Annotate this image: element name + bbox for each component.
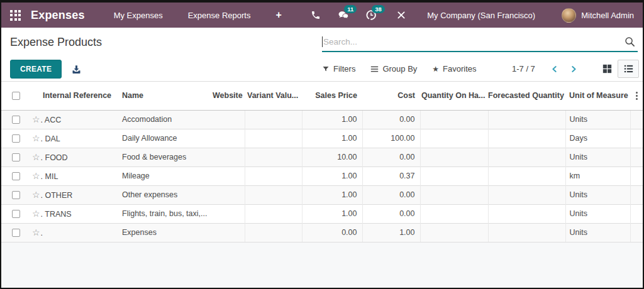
- cell-product-name: Accomodation: [118, 110, 209, 129]
- export-icon[interactable]: [70, 63, 83, 76]
- user-menu[interactable]: Mitchell Admin: [581, 11, 634, 20]
- header-variant-values[interactable]: Variant Valu...: [245, 82, 302, 110]
- nav-my-expenses[interactable]: My Expenses: [114, 11, 163, 20]
- priority-star-icon[interactable]: ☆: [32, 171, 40, 181]
- nav-expense-reports[interactable]: Expense Reports: [188, 11, 251, 20]
- priority-star-icon[interactable]: ☆: [32, 114, 40, 124]
- cell-quantity-on-hand: [420, 129, 488, 148]
- cell-options: [630, 204, 643, 223]
- activities-icon[interactable]: 38: [364, 8, 378, 22]
- cell-variant-values: [245, 223, 302, 242]
- apps-menu-icon[interactable]: [10, 10, 21, 21]
- tools-icon[interactable]: [394, 8, 408, 22]
- table-row[interactable]: ☆. DAL Daily Allowance 1.00 100.00 Days: [1, 129, 643, 148]
- cell-product-name: Mileage: [118, 166, 209, 185]
- cell-sales-price: 1.00: [302, 166, 362, 185]
- optional-columns-icon[interactable]: [630, 82, 643, 110]
- header-sales-price[interactable]: Sales Price: [302, 82, 362, 110]
- cell-internal-reference: ☆.: [30, 223, 118, 242]
- table-row[interactable]: ☆. Expenses 0.00 1.00 Units: [1, 223, 643, 242]
- cell-variant-values: [245, 204, 302, 223]
- table-row[interactable]: ☆. OTHER Other expenses 1.00 0.00 Units: [1, 185, 643, 204]
- nav-add-menu-button[interactable]: +: [275, 9, 281, 21]
- row-checkbox[interactable]: [12, 172, 20, 180]
- header-quantity-on-hand[interactable]: Quantity On Ha...: [420, 82, 488, 110]
- select-all-checkbox[interactable]: [12, 92, 20, 100]
- row-checkbox-cell: [1, 129, 30, 148]
- cell-product-name: Flights, train, bus, taxi,...: [118, 204, 209, 223]
- cell-website: [209, 166, 245, 185]
- select-all-checkbox-cell: [1, 82, 30, 110]
- cell-unit-of-measure: km: [565, 166, 630, 185]
- favorites-star-icon: ★: [432, 65, 439, 74]
- phone-icon[interactable]: [309, 8, 323, 22]
- control-panel: CREATE Filters Group By ★ Favorites: [1, 57, 643, 82]
- cell-cost: 1.00: [362, 223, 420, 242]
- kanban-view-icon[interactable]: [596, 60, 618, 78]
- list-view-icon[interactable]: [618, 60, 639, 78]
- cell-unit-of-measure: Units: [565, 148, 630, 166]
- cell-product-name: Food & beverages: [118, 148, 209, 166]
- cell-cost: 0.00: [362, 110, 420, 129]
- create-button[interactable]: CREATE: [10, 60, 62, 79]
- pager-next-icon[interactable]: [568, 63, 579, 75]
- header-cost[interactable]: Cost: [362, 82, 420, 110]
- cell-forecasted-quantity: [488, 223, 565, 242]
- row-checkbox[interactable]: [12, 229, 20, 237]
- priority-star-icon[interactable]: ☆: [32, 209, 40, 219]
- messages-icon[interactable]: 11: [336, 8, 350, 22]
- user-avatar[interactable]: [562, 8, 576, 23]
- cell-unit-of-measure: Units: [565, 204, 630, 223]
- cell-quantity-on-hand: [420, 166, 488, 185]
- cell-cost: 0.00: [362, 204, 420, 223]
- table-row[interactable]: ☆. ACC Accomodation 1.00 0.00 Units: [1, 110, 643, 129]
- header-name[interactable]: Name: [118, 82, 209, 110]
- internal-reference-text: . OTHER: [41, 191, 73, 200]
- cell-quantity-on-hand: [420, 148, 488, 166]
- pager: 1-7 / 7: [512, 57, 579, 81]
- cell-website: [209, 148, 245, 166]
- cell-options: [630, 129, 643, 148]
- header-internal-reference[interactable]: Internal Reference: [30, 82, 118, 110]
- company-switcher[interactable]: My Company (San Francisco): [427, 11, 535, 20]
- header-website[interactable]: Website: [209, 82, 245, 110]
- filters-button[interactable]: Filters: [322, 64, 355, 74]
- pager-range: 1-7 / 7: [512, 64, 535, 74]
- cell-options: [630, 223, 643, 242]
- row-checkbox[interactable]: [12, 134, 20, 143]
- cell-options: [630, 185, 643, 204]
- priority-star-icon[interactable]: ☆: [32, 190, 40, 200]
- table-header-row: Internal Reference Name Website Variant …: [1, 82, 643, 110]
- cell-unit-of-measure: Units: [565, 110, 630, 129]
- header-unit-of-measure[interactable]: Unit of Measure: [565, 82, 630, 110]
- row-checkbox[interactable]: [12, 153, 20, 161]
- cell-sales-price: 1.00: [302, 204, 362, 223]
- search-input[interactable]: [323, 37, 622, 46]
- table-row[interactable]: ☆. MIL Mileage 1.00 0.37 km: [1, 166, 643, 185]
- row-checkbox[interactable]: [12, 116, 20, 124]
- cell-options: [630, 110, 643, 129]
- cell-forecasted-quantity: [488, 110, 565, 129]
- priority-star-icon[interactable]: ☆: [32, 133, 40, 143]
- row-checkbox-cell: [1, 204, 30, 223]
- header-forecasted-quantity[interactable]: Forecasted Quantity: [488, 82, 565, 110]
- pager-previous-icon[interactable]: [549, 63, 560, 75]
- table-row[interactable]: ☆. FOOD Food & beverages 10.00 0.00 Unit…: [1, 148, 643, 166]
- row-checkbox[interactable]: [12, 210, 20, 218]
- breadcrumb-row: Expense Products: [1, 28, 643, 57]
- group-by-button[interactable]: Group By: [370, 64, 417, 74]
- row-checkbox[interactable]: [12, 191, 20, 199]
- app-name[interactable]: Expenses: [31, 9, 85, 22]
- cell-product-name: Other expenses: [118, 185, 209, 204]
- search-icon[interactable]: [622, 36, 638, 47]
- priority-star-icon[interactable]: ☆: [32, 227, 40, 237]
- cell-variant-values: [245, 166, 302, 185]
- favorites-button[interactable]: ★ Favorites: [432, 64, 476, 74]
- cell-sales-price: 10.00: [302, 148, 362, 166]
- priority-star-icon[interactable]: ☆: [32, 152, 40, 162]
- filters-label: Filters: [333, 64, 355, 74]
- cell-quantity-on-hand: [420, 204, 488, 223]
- cell-product-name: Daily Allowance: [118, 129, 209, 148]
- table-row[interactable]: ☆. TRANS Flights, train, bus, taxi,... 1…: [1, 204, 643, 223]
- search-options: Filters Group By ★ Favorites: [322, 57, 477, 81]
